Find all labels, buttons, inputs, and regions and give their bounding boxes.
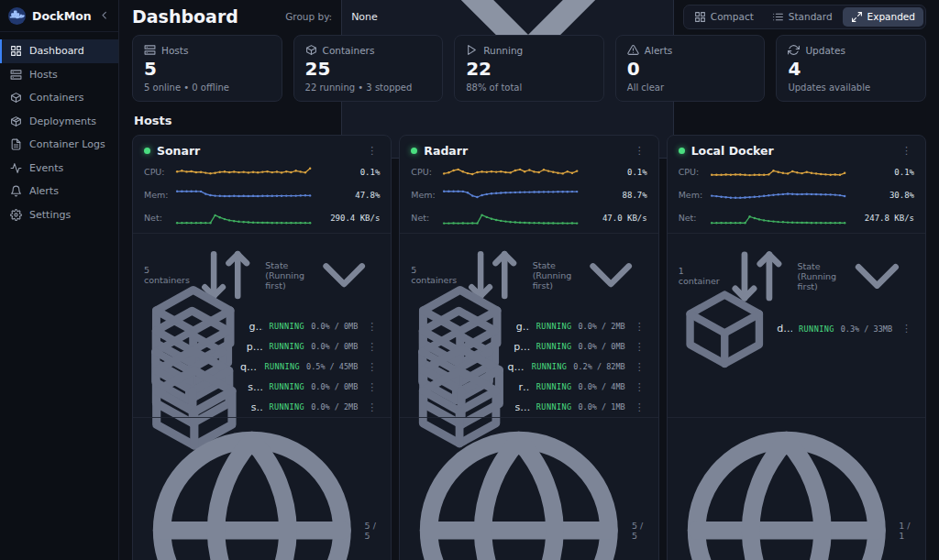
container-state-badge: RUNNING bbox=[264, 362, 300, 371]
nav-item-label: Settings bbox=[29, 209, 71, 221]
container-cube-icon bbox=[679, 283, 770, 375]
host-footer-count: 1 / 1 bbox=[899, 521, 914, 541]
host-card: Local Docker CPU: 0.1% Mem: bbox=[667, 135, 926, 560]
page-title: Dashboard bbox=[132, 6, 238, 27]
sidebar-item[interactable]: Settings bbox=[0, 203, 118, 227]
kebab-menu-icon[interactable] bbox=[632, 401, 647, 414]
container-name: dockmon bbox=[777, 323, 792, 335]
dockmon-logo-icon bbox=[8, 7, 26, 25]
kebab-menu-icon[interactable] bbox=[364, 360, 380, 374]
sidebar-collapse-button[interactable] bbox=[98, 9, 110, 21]
container-state-badge: RUNNING bbox=[536, 342, 572, 351]
metric-label: Net: bbox=[679, 213, 702, 223]
sort-label: State (Running first) bbox=[533, 260, 572, 291]
sidebar: DockMon Dashboard Hosts Containers Deplo… bbox=[0, 0, 119, 560]
container-usage-stats: 0.0% / 0MB bbox=[311, 342, 358, 351]
metric-sparkline-chart bbox=[442, 164, 579, 181]
view-switcher: Compact Standard Expanded bbox=[683, 5, 926, 29]
host-name: Local Docker bbox=[691, 144, 774, 158]
kebab-menu-icon[interactable] bbox=[632, 320, 647, 334]
container-list: gluetun RUNNING 0.0% / 0MB portainer RUN… bbox=[133, 316, 391, 417]
chevron-down-icon bbox=[840, 239, 914, 313]
kebab-menu-icon[interactable] bbox=[364, 401, 380, 414]
container-state-badge: RUNNING bbox=[270, 322, 305, 331]
host-card: Radarr CPU: 0.1% Mem: 88.7% bbox=[399, 135, 658, 560]
container-usage-stats: 0.0% / 4MB bbox=[578, 382, 624, 391]
host-card-footer: 5 / 5 bbox=[133, 417, 391, 560]
metric-sparkline-chart bbox=[710, 210, 846, 226]
grid-icon bbox=[694, 11, 706, 23]
container-row[interactable]: sabnzbd RUNNING 0.0% / 1MB bbox=[400, 397, 657, 417]
metric-value: 247.8 KB/s bbox=[854, 214, 914, 223]
metric-label: Mem: bbox=[411, 190, 435, 200]
kebab-menu-icon[interactable] bbox=[632, 380, 647, 394]
metric-sparkline-chart bbox=[175, 210, 312, 226]
container-usage-stats: 0.0% / 0MB bbox=[311, 382, 358, 391]
chevron-down-icon bbox=[308, 239, 380, 311]
stat-subtext: 88% of total bbox=[466, 82, 592, 93]
metric-row: CPU: 0.1% bbox=[400, 160, 657, 183]
container-name: gluetun bbox=[516, 321, 530, 333]
hosts-grid: Sonarr CPU: 0.1% Mem: 47.8% bbox=[132, 135, 926, 560]
metric-value: 88.7% bbox=[587, 191, 647, 200]
stat-value: 22 bbox=[466, 59, 592, 80]
kebab-menu-icon[interactable] bbox=[899, 144, 914, 158]
nav-item-label: Deployments bbox=[29, 115, 96, 127]
kebab-menu-icon[interactable] bbox=[364, 340, 380, 354]
kebab-menu-icon[interactable] bbox=[632, 360, 647, 374]
kebab-menu-icon[interactable] bbox=[632, 144, 647, 158]
sort-label: State (Running first) bbox=[265, 260, 304, 291]
globe-icon bbox=[144, 423, 360, 560]
kebab-menu-icon[interactable] bbox=[899, 322, 914, 335]
metric-row: Net: 247.8 KB/s bbox=[668, 206, 925, 229]
container-state-badge: RUNNING bbox=[536, 402, 572, 412]
cube-icon bbox=[305, 44, 317, 56]
container-name: sabnzbd bbox=[515, 401, 530, 413]
kebab-menu-icon[interactable] bbox=[364, 380, 380, 394]
container-state-badge: RUNNING bbox=[270, 382, 305, 391]
container-list: gluetun RUNNING 0.0% / 2MB portainer RUN… bbox=[400, 316, 657, 417]
sidebar-item[interactable]: Hosts bbox=[0, 63, 118, 87]
stat-label: Alerts bbox=[645, 45, 672, 56]
sidebar-item[interactable]: Deployments bbox=[0, 110, 118, 134]
host-status-online-dot bbox=[144, 148, 150, 154]
container-state-badge: RUNNING bbox=[270, 342, 305, 351]
view-button[interactable]: Compact bbox=[686, 7, 762, 27]
host-metrics: CPU: 0.1% Mem: 47.8% Net: 290.4 KB/s bbox=[133, 160, 391, 229]
container-row[interactable]: sonarr RUNNING 0.0% / 2MB bbox=[133, 397, 391, 417]
stat-card: Updates 4 Updates available bbox=[776, 35, 926, 102]
host-footer-count: 5 / 5 bbox=[365, 521, 381, 541]
play-icon bbox=[466, 44, 478, 56]
sidebar-item[interactable]: Alerts bbox=[0, 180, 118, 203]
metric-value: 47.8% bbox=[319, 191, 380, 200]
stat-subtext: 5 online • 0 offline bbox=[144, 82, 271, 93]
metric-value: 30.8% bbox=[854, 191, 914, 200]
kebab-menu-icon[interactable] bbox=[632, 340, 647, 354]
metric-value: 47.0 KB/s bbox=[587, 214, 647, 223]
metric-row: Mem: 30.8% bbox=[668, 183, 925, 206]
container-usage-stats: 0.0% / 0MB bbox=[311, 322, 358, 331]
host-metrics: CPU: 0.1% Mem: 88.7% Net: 47.0 KB/s bbox=[400, 160, 657, 229]
sidebar-nav: Dashboard Hosts Containers Deployments C… bbox=[0, 32, 118, 226]
sidebar-item[interactable]: Container Logs bbox=[0, 133, 118, 157]
view-button[interactable]: Standard bbox=[764, 7, 841, 27]
sidebar-item[interactable]: Dashboard bbox=[0, 39, 118, 63]
app-title: DockMon bbox=[32, 9, 92, 23]
sidebar-item[interactable]: Events bbox=[0, 157, 118, 181]
expand-icon bbox=[851, 11, 863, 23]
file-text-icon bbox=[10, 138, 22, 150]
bell-icon bbox=[10, 185, 22, 197]
grid-icon bbox=[10, 45, 22, 57]
stat-card: Containers 25 22 running • 3 stopped bbox=[293, 35, 444, 102]
kebab-menu-icon[interactable] bbox=[364, 144, 380, 158]
stat-value: 5 bbox=[144, 59, 271, 80]
kebab-menu-icon[interactable] bbox=[364, 320, 380, 334]
metric-sparkline-chart bbox=[442, 187, 579, 203]
server-icon bbox=[144, 44, 156, 56]
metric-value: 0.1% bbox=[854, 168, 914, 177]
sidebar-item[interactable]: Containers bbox=[0, 86, 118, 110]
view-button[interactable]: Expanded bbox=[843, 7, 923, 27]
container-row[interactable]: dockmon RUNNING 0.3% / 33MB bbox=[668, 319, 925, 339]
activity-icon bbox=[10, 162, 22, 174]
stat-value: 25 bbox=[305, 59, 432, 80]
